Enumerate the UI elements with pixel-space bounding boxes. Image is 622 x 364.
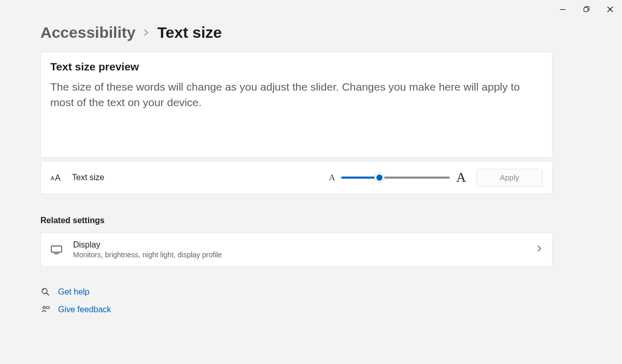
give-feedback-label: Give feedback	[58, 305, 111, 314]
preview-title: Text size preview	[50, 61, 543, 73]
related-display-title: Display	[73, 240, 222, 250]
feedback-icon	[40, 305, 51, 314]
text-size-preview-card: Text size preview The size of these word…	[40, 52, 553, 158]
svg-rect-6	[51, 246, 62, 252]
text-size-row: A A Text size A A Apply	[40, 161, 553, 194]
breadcrumb: Accessibility Text size	[40, 24, 553, 41]
related-display-text: Display Monitors, brightness, night ligh…	[73, 240, 222, 259]
text-size-icon: A A	[50, 173, 64, 182]
svg-text:A: A	[55, 173, 61, 182]
breadcrumb-parent[interactable]: Accessibility	[40, 24, 135, 41]
svg-point-11	[43, 307, 45, 309]
svg-rect-1	[584, 8, 588, 12]
breadcrumb-current: Text size	[157, 24, 222, 41]
slider-max-marker: A	[456, 170, 466, 185]
help-icon	[40, 287, 51, 297]
related-settings-heading: Related settings	[40, 216, 553, 225]
chevron-right-icon	[536, 245, 542, 254]
related-display-row[interactable]: Display Monitors, brightness, night ligh…	[40, 232, 553, 267]
apply-button[interactable]: Apply	[476, 169, 543, 186]
related-display-subtitle: Monitors, brightness, night light, displ…	[73, 251, 222, 259]
get-help-label: Get help	[58, 287, 89, 297]
text-size-label: Text size	[72, 173, 104, 182]
svg-point-10	[43, 289, 44, 290]
text-size-slider[interactable]	[341, 172, 450, 183]
preview-body: The size of these words will change as y…	[50, 79, 538, 111]
get-help-link[interactable]: Get help	[40, 287, 553, 297]
close-button[interactable]	[598, 2, 622, 17]
minimize-button[interactable]	[550, 2, 574, 17]
chevron-right-icon	[144, 28, 149, 39]
window-controls	[550, 0, 622, 17]
slider-min-marker: A	[329, 173, 335, 182]
svg-rect-12	[46, 307, 49, 309]
maximize-button[interactable]	[574, 2, 598, 17]
display-icon	[49, 244, 64, 255]
slider-fill	[341, 177, 379, 179]
footer-links: Get help Give feedback	[40, 287, 553, 314]
text-size-slider-group: A A Apply	[329, 169, 543, 186]
give-feedback-link[interactable]: Give feedback	[40, 305, 553, 314]
svg-text:A: A	[51, 176, 54, 181]
slider-thumb[interactable]	[374, 172, 385, 183]
svg-line-9	[47, 293, 49, 295]
